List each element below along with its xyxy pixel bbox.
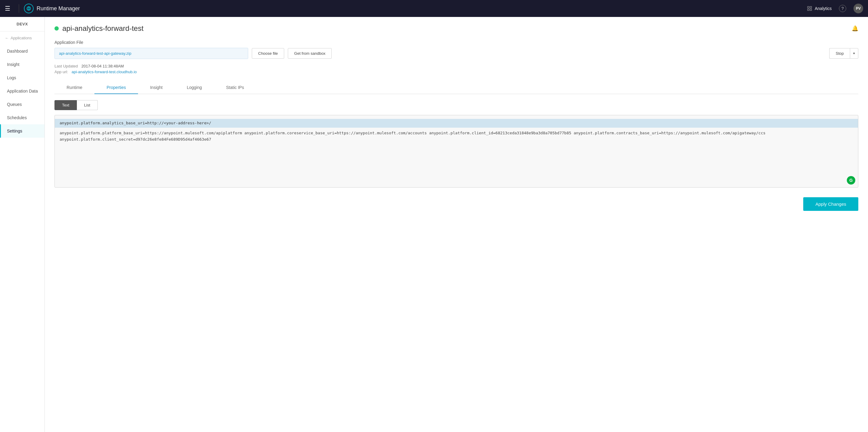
stop-group: Stop ▾: [829, 48, 858, 59]
nav-right: Analytics ? PV: [807, 4, 863, 13]
file-row: api-analytics-forward-test-api-gateway.z…: [55, 48, 858, 59]
app-url-label: App url:: [55, 70, 68, 74]
nav-divider: [19, 4, 19, 13]
stop-button[interactable]: Stop: [829, 48, 850, 59]
sidebar-item-application-data[interactable]: Application Data: [0, 85, 44, 98]
sidebar: DEVX ← Applications Dashboard Insight Lo…: [0, 17, 45, 432]
app-url-row: App url: api-analytics-forward-test.clou…: [55, 70, 858, 74]
properties-textarea[interactable]: anypoint.platform.analytics_base_uri=htt…: [55, 115, 858, 188]
app-header: api-analytics-forward-test 🔔: [55, 24, 858, 33]
sidebar-item-queues[interactable]: Queues: [0, 98, 44, 111]
tab-insight[interactable]: Insight: [138, 81, 175, 94]
app-name: api-analytics-forward-test: [62, 24, 144, 33]
choose-file-button[interactable]: Choose file: [252, 48, 284, 59]
apply-changes-button[interactable]: Apply Changes: [803, 197, 858, 211]
back-label: Applications: [10, 36, 32, 40]
tab-properties[interactable]: Properties: [94, 81, 138, 94]
footer-actions: Apply Changes: [55, 195, 858, 211]
sidebar-item-settings[interactable]: Settings: [0, 124, 44, 138]
highlighted-property-line: anypoint.platform.analytics_base_uri=htt…: [55, 119, 858, 128]
properties-text-content: anypoint.platform.platform_base_uri=http…: [60, 131, 766, 141]
svg-rect-2: [810, 6, 811, 8]
app-logo: Runtime Manager: [24, 4, 80, 13]
svg-rect-1: [807, 6, 809, 8]
grammarly-icon[interactable]: G: [847, 176, 855, 185]
list-toggle-button[interactable]: List: [77, 100, 98, 110]
svg-rect-4: [810, 9, 811, 10]
org-label: DEVX: [0, 17, 44, 31]
get-from-sandbox-button[interactable]: Get from sandbox: [288, 48, 332, 59]
app-title: Runtime Manager: [37, 5, 80, 12]
tab-logging[interactable]: Logging: [175, 81, 214, 94]
last-updated-value: 2017-08-04 11:38:48AM: [82, 64, 124, 68]
analytics-label: Analytics: [815, 6, 832, 11]
logo-icon: [24, 4, 34, 13]
help-button[interactable]: ?: [839, 5, 846, 12]
sidebar-item-schedules[interactable]: Schedules: [0, 111, 44, 124]
analytics-link[interactable]: Analytics: [807, 6, 832, 11]
bell-icon[interactable]: 🔔: [851, 25, 858, 32]
svg-point-0: [27, 7, 31, 10]
file-name-display: api-analytics-forward-test-api-gateway.z…: [55, 48, 248, 59]
analytics-icon: [807, 6, 812, 11]
top-nav: ☰ Runtime Manager Analytics ? PV: [0, 0, 868, 17]
properties-textarea-wrapper: anypoint.platform.analytics_base_uri=htt…: [55, 115, 858, 188]
sidebar-item-dashboard[interactable]: Dashboard: [0, 44, 44, 58]
tabs: Runtime Properties Insight Logging Stati…: [55, 81, 858, 94]
user-avatar[interactable]: PV: [854, 4, 863, 13]
main-content: api-analytics-forward-test 🔔 Application…: [45, 17, 868, 432]
last-updated-row: Last Updated 2017-08-04 11:38:48AM: [55, 64, 858, 68]
svg-rect-3: [807, 9, 809, 10]
back-arrow-icon: ←: [5, 36, 9, 40]
tab-static-ips[interactable]: Static IPs: [214, 81, 256, 94]
status-indicator: [55, 26, 59, 31]
meta-info: Last Updated 2017-08-04 11:38:48AM App u…: [55, 64, 858, 74]
app-url-link[interactable]: api-analytics-forward-test.cloudhub.io: [71, 70, 136, 74]
hamburger-icon[interactable]: ☰: [5, 5, 10, 12]
sidebar-item-insight[interactable]: Insight: [0, 58, 44, 71]
text-toggle-button[interactable]: Text: [55, 100, 77, 110]
back-to-applications[interactable]: ← Applications: [0, 31, 44, 44]
application-file-label: Application File: [55, 40, 858, 45]
view-toggle: Text List: [55, 100, 858, 110]
last-updated-label: Last Updated: [55, 64, 78, 68]
sidebar-nav: Dashboard Insight Logs Application Data …: [0, 44, 44, 138]
tab-runtime[interactable]: Runtime: [55, 81, 94, 94]
sidebar-item-logs[interactable]: Logs: [0, 71, 44, 85]
stop-dropdown-button[interactable]: ▾: [850, 48, 858, 59]
